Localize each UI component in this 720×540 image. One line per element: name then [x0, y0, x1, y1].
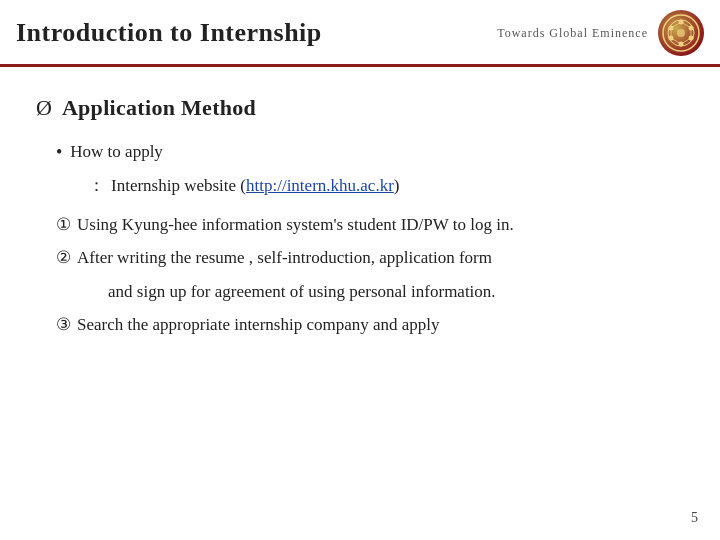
numbered-item-2: ② After writing the resume , self-introd…	[56, 244, 684, 271]
website-link[interactable]: http://intern.khu.ac.kr	[246, 176, 394, 195]
page-number: 5	[691, 510, 698, 526]
page-title: Introduction to Internship	[16, 18, 322, 48]
item3-text: Search the appropriate internship compan…	[77, 311, 440, 338]
num-3: ③	[56, 311, 71, 338]
how-to-apply-label: How to apply	[70, 139, 163, 165]
colon-item-website: ： Internship website (http://intern.khu.…	[88, 172, 684, 199]
numbered-item-3: ③ Search the appropriate internship comp…	[56, 311, 684, 338]
website-text: Internship website (http://intern.khu.ac…	[111, 172, 399, 199]
header: Introduction to Internship Towards Globa…	[0, 0, 720, 67]
bullet-item-how-to-apply: • How to apply	[56, 139, 684, 166]
website-suffix: )	[394, 176, 400, 195]
svg-point-8	[677, 29, 685, 37]
bullet-dot: •	[56, 139, 62, 166]
header-subtitle: Towards Global Eminence	[497, 26, 648, 41]
colon-symbol: ：	[88, 172, 105, 199]
item2-continuation: and sign up for agreement of using perso…	[108, 278, 684, 305]
main-content: Ø Application Method • How to apply ： In…	[0, 67, 720, 366]
num-2: ②	[56, 244, 71, 271]
numbered-section: ① Using Kyung-hee information system's s…	[56, 211, 684, 338]
numbered-item-1: ① Using Kyung-hee information system's s…	[56, 211, 684, 238]
header-right: Towards Global Eminence	[497, 10, 704, 56]
section-title: Application Method	[62, 95, 256, 121]
item1-text: Using Kyung-hee information system's stu…	[77, 211, 514, 238]
item2-text: After writing the resume , self-introduc…	[77, 244, 492, 271]
num-1: ①	[56, 211, 71, 238]
section-heading: Ø Application Method	[36, 95, 684, 121]
university-logo	[658, 10, 704, 56]
website-prefix: Internship website (	[111, 176, 246, 195]
omega-symbol: Ø	[36, 95, 52, 121]
